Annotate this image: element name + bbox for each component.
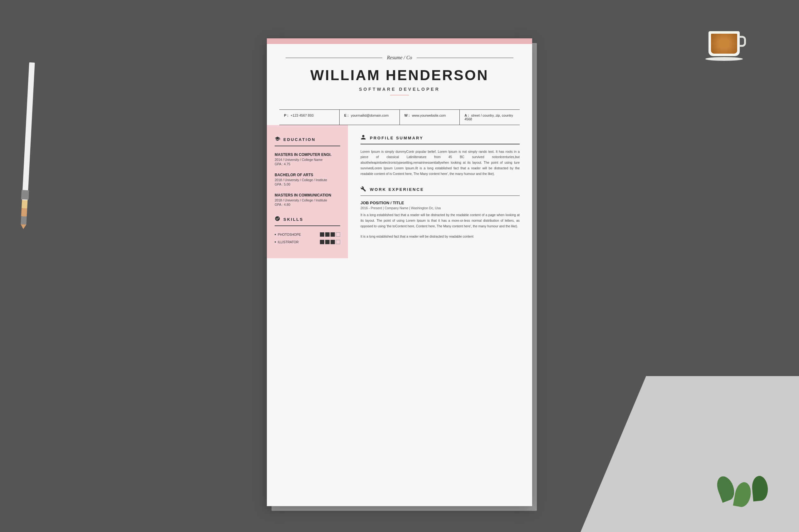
email-label: E : (344, 114, 349, 117)
edu-item-2: BACHELOR OF ARTS 2018 / University / Col… (275, 173, 340, 186)
contact-email: E : yourmailid@domain.com (340, 110, 400, 125)
leaf-2 (733, 481, 752, 508)
website-label: W : (404, 114, 410, 117)
skills-icon (275, 216, 280, 223)
resume-wrapper: Resume / Co WILLIAM HENDERSON SOFTWARE D… (267, 38, 532, 506)
edu-gpa-2: GPA : 5.00 (275, 183, 340, 186)
edu-details-3: 2018 / University / College / Institute (275, 198, 340, 202)
edu-item-3: MASTERS IN COMMUNICATION 2018 / Universi… (275, 193, 340, 206)
resume-title: SOFTWARE DEVELOPER (286, 87, 513, 92)
address-value: street / country, zip, country 4568 (465, 114, 513, 121)
resume-sidebar: EDUCATION MASTERS IN COMPUTER ENGI. 2014… (267, 125, 348, 258)
edu-degree-2: BACHELOR OF ARTS (275, 173, 340, 177)
edu-item-1: MASTERS IN COMPUTER ENGI. 2014 / Univers… (275, 152, 340, 166)
resume-document: Resume / Co WILLIAM HENDERSON SOFTWARE D… (267, 38, 532, 506)
skill-name-1: PHOTOSHOPE (275, 233, 301, 236)
skill-item-2: ILLISTRATOR (275, 240, 340, 244)
skill-name-2: ILLISTRATOR (275, 240, 299, 244)
job-subtitle-1: 2016 - Present | Company Name | Washingt… (361, 206, 520, 210)
top-accent-bar (267, 38, 532, 44)
title-underline (390, 95, 409, 95)
profile-summary-title: PROFILE SUMMARY (370, 136, 423, 140)
skill-bar-2-4 (336, 240, 340, 244)
job-description-1: It is a long established fact that a rea… (361, 212, 520, 229)
coffee-cup (708, 31, 740, 56)
work-experience-title: WORK EXPERIENCE (370, 187, 424, 192)
skills-title-text: SKILLS (284, 217, 303, 222)
resume-name: WILLIAM HENDERSON (286, 67, 513, 83)
skill-bars-2 (320, 240, 340, 244)
phone-value: +123 4567 893 (291, 114, 314, 117)
skill-bar-2-2 (325, 240, 330, 244)
work-experience-header: WORK EXPERIENCE (361, 186, 520, 193)
contact-address: A : street / country, zip, country 4568 (460, 110, 520, 125)
edu-degree-1: MASTERS IN COMPUTER ENGI. (275, 152, 340, 157)
plant-decoration (718, 476, 768, 507)
logo-line-right (417, 58, 513, 58)
job-description-2: It is a long established fact that a rea… (361, 234, 520, 240)
website-value: www.yourwebsite.com (412, 114, 446, 117)
skill-bars-1 (320, 232, 340, 237)
leaf-3 (751, 475, 769, 501)
contact-phone: P : +123 4567 893 (279, 110, 340, 125)
edu-details-1: 2014 / University / College Name (275, 158, 340, 162)
job-item-1: JOB POSITION / TITLE 2016 - Present | Co… (361, 201, 520, 229)
pencil-clip (21, 190, 29, 200)
profile-summary-header: PROFILE SUMMARY (361, 134, 520, 141)
work-icon (361, 186, 366, 193)
education-icon (275, 136, 280, 143)
skill-dot-2 (275, 241, 276, 243)
skill-item-1: PHOTOSHOPE (275, 232, 340, 237)
plant-leaves (718, 476, 768, 507)
skill-bar-1-4 (336, 232, 340, 237)
contact-bar: P : +123 4567 893 E : yourmailid@domain.… (279, 110, 520, 125)
profile-summary-divider (361, 144, 520, 145)
skill-bar-1-2 (325, 232, 330, 237)
resume-header: Resume / Co WILLIAM HENDERSON SOFTWARE D… (267, 44, 532, 110)
coffee-saucer (705, 57, 743, 61)
contact-website: W : www.yourwebsite.com (400, 110, 460, 125)
skill-dot-1 (275, 234, 276, 235)
edu-details-2: 2018 / University / College / Institute (275, 178, 340, 182)
skill-bar-2-1 (320, 240, 324, 244)
address-label: A : (465, 114, 469, 117)
profile-summary-text: Lorem Ipsum is simply dummyContr popular… (361, 149, 520, 177)
education-section: EDUCATION MASTERS IN COMPUTER ENGI. 2014… (275, 136, 340, 206)
education-title-row: EDUCATION (275, 136, 340, 143)
edu-degree-3: MASTERS IN COMMUNICATION (275, 193, 340, 197)
edu-gpa-1: GPA : 4.75 (275, 162, 340, 166)
education-divider (275, 146, 340, 146)
email-value: yourmailid@domain.com (351, 114, 388, 117)
job-title-1: JOB POSITION / TITLE (361, 201, 520, 205)
coffee-cup-area (708, 31, 743, 61)
resume-body: EDUCATION MASTERS IN COMPUTER ENGI. 2014… (267, 125, 532, 258)
skill-bar-1-3 (330, 232, 335, 237)
education-title-text: EDUCATION (284, 137, 315, 142)
logo-text: Resume / Co (387, 55, 412, 60)
profile-summary-section: PROFILE SUMMARY Lorem Ipsum is simply du… (361, 134, 520, 177)
logo-line: Resume / Co (286, 55, 513, 60)
logo-line-left (286, 58, 382, 58)
coffee-handle (739, 36, 746, 47)
edu-gpa-3: GPA : 4.80 (275, 203, 340, 206)
skills-section: SKILLS PHOTOSHOPE (275, 216, 340, 244)
work-experience-section: WORK EXPERIENCE JOB POSITION / TITLE 201… (361, 186, 520, 240)
work-experience-divider (361, 195, 520, 196)
skill-bar-2-3 (330, 240, 335, 244)
profile-icon (361, 134, 366, 141)
skills-title-row: SKILLS (275, 216, 340, 223)
resume-main-content: PROFILE SUMMARY Lorem Ipsum is simply du… (348, 125, 532, 258)
skills-divider (275, 226, 340, 226)
phone-label: P : (284, 114, 288, 117)
job-item-2: It is a long established fact that a rea… (361, 234, 520, 240)
skill-bar-1-1 (320, 232, 324, 237)
